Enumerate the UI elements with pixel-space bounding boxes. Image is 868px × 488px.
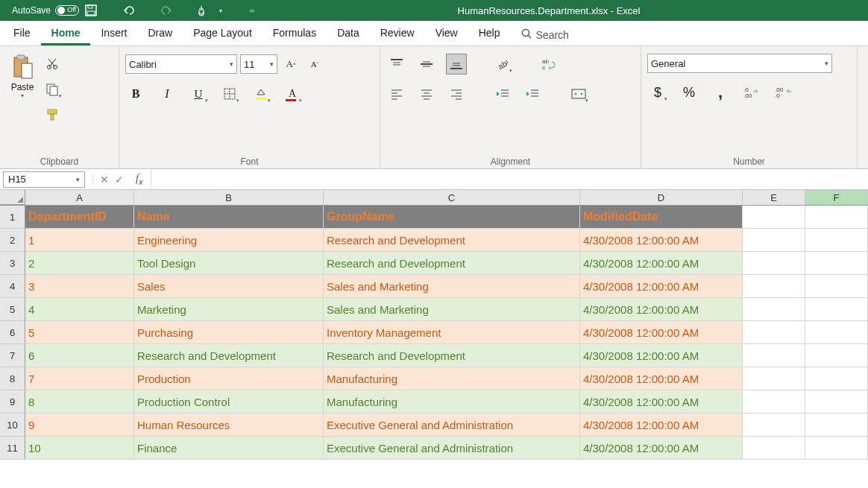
- column-header-B[interactable]: B: [134, 190, 324, 205]
- cut-button[interactable]: [42, 54, 63, 75]
- cell[interactable]: Tool Design: [134, 252, 324, 275]
- orientation-button[interactable]: ab▾: [492, 54, 513, 75]
- tab-draw[interactable]: Draw: [137, 21, 183, 45]
- cell[interactable]: [805, 229, 868, 252]
- row-header[interactable]: 2: [0, 229, 25, 252]
- save-icon[interactable]: [84, 3, 98, 18]
- row-header[interactable]: 10: [0, 413, 25, 437]
- fill-color-button[interactable]: ▾: [251, 83, 271, 104]
- tab-formulas[interactable]: Formulas: [262, 21, 327, 45]
- align-left-button[interactable]: [386, 83, 407, 104]
- toggle-switch[interactable]: Off: [55, 5, 79, 16]
- cell[interactable]: 10: [25, 437, 134, 460]
- format-painter-button[interactable]: [42, 104, 63, 125]
- tab-page-layout[interactable]: Page Layout: [183, 21, 262, 45]
- cell[interactable]: Executive General and Administration: [324, 413, 580, 437]
- autosave-toggle[interactable]: AutoSave Off: [12, 5, 79, 16]
- cell[interactable]: 4/30/2008 12:00:00 AM: [580, 367, 743, 390]
- cell[interactable]: [743, 321, 805, 344]
- qat-dropdown-icon[interactable]: ▾: [213, 3, 228, 18]
- row-header[interactable]: 8: [0, 367, 25, 390]
- cell[interactable]: Marketing: [134, 298, 324, 321]
- cell[interactable]: [805, 413, 868, 437]
- accounting-format-button[interactable]: $▾: [647, 82, 668, 103]
- font-color-button[interactable]: A▾: [282, 83, 303, 104]
- copy-button[interactable]: ▾: [42, 79, 63, 100]
- font-name-select[interactable]: Calibri▾: [125, 54, 237, 74]
- cell[interactable]: 4/30/2008 12:00:00 AM: [580, 390, 743, 413]
- cell[interactable]: [743, 413, 805, 437]
- cell[interactable]: [805, 252, 868, 275]
- align-top-button[interactable]: [386, 54, 407, 75]
- cell[interactable]: Engineering: [134, 229, 324, 252]
- decrease-indent-button[interactable]: [492, 83, 513, 104]
- cell[interactable]: Manufacturing: [324, 390, 580, 413]
- cell[interactable]: Inventory Management: [324, 321, 580, 344]
- header-cell[interactable]: ModifiedDate: [580, 206, 743, 229]
- cell[interactable]: 4/30/2008 12:00:00 AM: [580, 252, 743, 275]
- cell[interactable]: 4: [25, 298, 134, 321]
- cell[interactable]: [743, 252, 805, 275]
- cell[interactable]: [743, 437, 805, 460]
- cell[interactable]: [805, 390, 868, 413]
- cell[interactable]: [743, 229, 805, 252]
- cell[interactable]: Finance: [134, 437, 324, 460]
- cell[interactable]: Executive General and Administration: [324, 437, 580, 460]
- merge-center-button[interactable]: ▾: [568, 83, 589, 104]
- increase-indent-button[interactable]: [522, 83, 543, 104]
- paste-button[interactable]: Paste ▾: [6, 51, 39, 102]
- cell[interactable]: 4/30/2008 12:00:00 AM: [580, 275, 743, 298]
- cell[interactable]: [805, 321, 868, 344]
- tab-data[interactable]: Data: [327, 21, 370, 45]
- touch-mode-icon[interactable]: [194, 3, 209, 18]
- cell[interactable]: [805, 275, 868, 298]
- cell[interactable]: 2: [25, 252, 134, 275]
- cell[interactable]: Research and Development: [324, 344, 580, 367]
- font-size-select[interactable]: 11▾: [240, 54, 277, 74]
- column-header-E[interactable]: E: [743, 190, 805, 205]
- align-middle-button[interactable]: [416, 54, 437, 75]
- cell[interactable]: Sales and Marketing: [324, 275, 580, 298]
- cell[interactable]: Research and Development: [324, 229, 580, 252]
- cell[interactable]: Production: [134, 367, 324, 390]
- decrease-decimal-button[interactable]: .00.0: [773, 82, 793, 103]
- cell[interactable]: 5: [25, 321, 134, 344]
- decrease-font-button[interactable]: Aˇ: [304, 54, 325, 75]
- tab-file[interactable]: File: [3, 21, 41, 45]
- cell[interactable]: Sales: [134, 275, 324, 298]
- tell-me-search[interactable]: Search: [511, 22, 579, 45]
- cell[interactable]: [743, 206, 805, 229]
- cell[interactable]: Research and Development: [324, 252, 580, 275]
- confirm-formula-icon[interactable]: ✓: [115, 174, 124, 186]
- cell[interactable]: Human Resources: [134, 413, 324, 437]
- cancel-formula-icon[interactable]: ✕: [100, 174, 109, 186]
- cell[interactable]: Production Control: [134, 390, 324, 413]
- header-cell[interactable]: DepartmentID: [25, 206, 134, 229]
- cell[interactable]: [743, 390, 805, 413]
- column-header-D[interactable]: D: [580, 190, 743, 205]
- border-button[interactable]: ▾: [219, 83, 240, 104]
- increase-decimal-button[interactable]: .0.00: [741, 82, 762, 103]
- increase-font-button[interactable]: A^: [280, 54, 301, 75]
- italic-button[interactable]: I: [157, 83, 177, 104]
- cell[interactable]: Manufacturing: [324, 367, 580, 390]
- cell[interactable]: Research and Development: [134, 344, 324, 367]
- cell[interactable]: 4/30/2008 12:00:00 AM: [580, 413, 743, 437]
- row-header[interactable]: 4: [0, 275, 25, 298]
- row-header[interactable]: 3: [0, 252, 25, 275]
- comma-format-button[interactable]: ,: [710, 82, 731, 103]
- align-bottom-button[interactable]: [446, 54, 467, 75]
- wrap-text-button[interactable]: abc: [538, 54, 559, 75]
- number-format-select[interactable]: General▾: [647, 54, 832, 73]
- cell[interactable]: Purchasing: [134, 321, 324, 344]
- undo-icon[interactable]: [122, 3, 137, 18]
- align-right-button[interactable]: [446, 83, 467, 104]
- name-box[interactable]: H15▾: [3, 171, 85, 188]
- cell[interactable]: [805, 344, 868, 367]
- select-all-corner[interactable]: [0, 190, 25, 205]
- tab-view[interactable]: View: [425, 21, 468, 45]
- tab-review[interactable]: Review: [370, 21, 425, 45]
- cell[interactable]: [805, 206, 868, 229]
- cell[interactable]: 8: [25, 390, 134, 413]
- cell[interactable]: [743, 275, 805, 298]
